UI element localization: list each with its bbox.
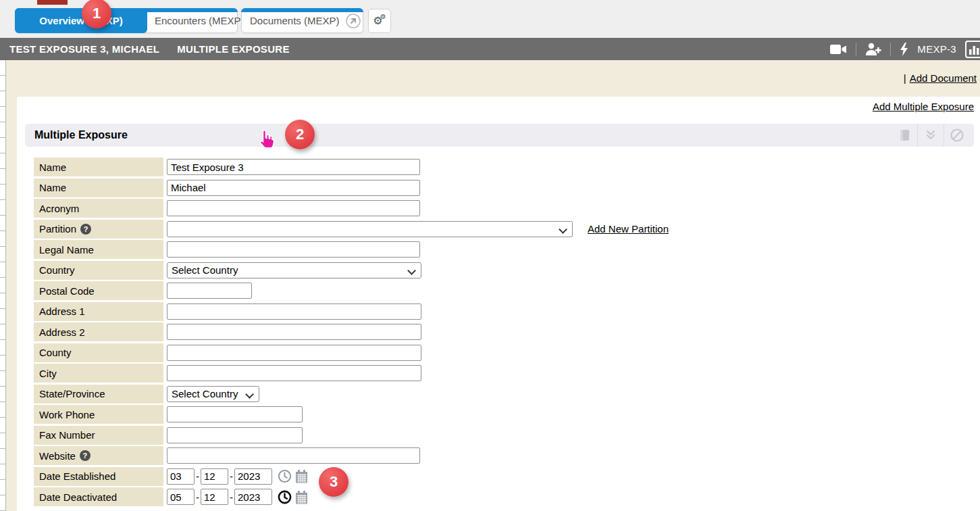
calendar-icon[interactable]	[294, 490, 309, 504]
record-id: MEXP-3	[917, 43, 956, 55]
bar-chart-icon[interactable]	[965, 41, 980, 58]
field-label: State/Province	[34, 385, 163, 404]
date-separator: -	[196, 470, 199, 482]
name2-input[interactable]	[167, 180, 420, 196]
form-row-work-phone: Work Phone	[34, 405, 669, 424]
form-row-country: Country Select Country	[34, 261, 669, 280]
form-row-county: County	[34, 343, 669, 362]
address2-input[interactable]	[167, 324, 421, 340]
help-icon[interactable]: ?	[80, 450, 91, 461]
form-row-address1: Address 1	[34, 302, 669, 321]
divider	[890, 43, 891, 56]
left-ruler-strip	[0, 60, 6, 511]
field-label-text: Partition	[39, 223, 76, 235]
tab-documents[interactable]: Documents (MEXP)	[250, 15, 340, 26]
name-input[interactable]	[167, 159, 420, 175]
section-title: Multiple Exposure	[34, 129, 128, 141]
field-label: Acronym	[34, 199, 163, 218]
page-background-band	[6, 60, 980, 97]
tab-settings-button[interactable]: ⚙ ⚙	[368, 9, 391, 33]
tab-encounters[interactable]: Encounters (MEXP)	[155, 15, 244, 26]
gear-icon: ⚙	[380, 14, 386, 20]
form-row-fax-number: Fax Number	[34, 426, 669, 445]
video-camera-icon[interactable]	[830, 43, 847, 55]
form-row-state-province: State/Province Select Country	[34, 385, 669, 404]
page-left-margin	[6, 97, 17, 511]
help-icon[interactable]: ?	[80, 224, 91, 235]
field-label: Address 1	[34, 302, 163, 321]
acronym-input[interactable]	[167, 200, 420, 216]
website-input[interactable]	[167, 447, 420, 464]
add-document-row: |Add Document	[904, 72, 977, 84]
record-title-bar: TEST EXPOSURE 3, MICHAEL MULTIPLE EXPOSU…	[0, 38, 980, 60]
date-established-day-input[interactable]	[201, 468, 228, 485]
disable-circle-slash-icon[interactable]	[944, 127, 970, 143]
record-context: MULTIPLE EXPOSURE	[177, 43, 290, 55]
state-province-select[interactable]: Select Country	[167, 386, 259, 402]
field-label-text: Website	[39, 450, 76, 462]
annotation-badge-2: 2	[285, 120, 315, 149]
add-multiple-exposure-row: Add Multiple Exposure	[873, 101, 974, 112]
journal-icon[interactable]	[892, 127, 917, 143]
field-label: Partition ?	[34, 220, 163, 239]
postal-code-input[interactable]	[167, 283, 252, 299]
form-row-name2: Name	[34, 178, 669, 197]
field-label: County	[34, 343, 163, 362]
collapse-double-chevron-icon[interactable]	[918, 127, 944, 143]
field-label: Address 2	[34, 322, 163, 341]
city-input[interactable]	[167, 365, 421, 381]
field-label: Name	[34, 157, 163, 176]
tab-group-documents: Documents (MEXP)	[241, 8, 363, 33]
calendar-icon[interactable]	[294, 469, 309, 483]
form-row-name1: Name	[34, 157, 669, 176]
date-separator: -	[196, 491, 199, 503]
add-person-icon[interactable]	[865, 43, 881, 56]
tab-overview[interactable]: Overview (MEXP)	[15, 8, 147, 33]
form-row-date-deactivated: Date Deactivated - -	[34, 487, 669, 506]
date-deactivated-month-input[interactable]	[167, 489, 195, 505]
add-multiple-exposure-link[interactable]: Add Multiple Exposure	[873, 101, 974, 112]
section-header: Multiple Exposure	[25, 124, 974, 147]
browser-red-fragment	[37, 0, 68, 5]
separator: |	[904, 72, 906, 84]
field-label: Date Established	[34, 467, 163, 486]
tab-bar: Overview (MEXP) Encounters (MEXP) Docume…	[0, 0, 980, 38]
form-row-city: City	[34, 364, 669, 383]
date-established-month-input[interactable]	[167, 468, 195, 485]
divider	[856, 43, 856, 56]
field-label: Legal Name	[34, 240, 163, 259]
address1-input[interactable]	[167, 303, 421, 320]
field-label: Postal Code	[34, 281, 163, 300]
field-label: Fax Number	[34, 426, 163, 445]
form-row-partition: Partition ? Add New Partition	[34, 220, 669, 239]
form-row-legal-name: Legal Name	[34, 240, 669, 259]
date-deactivated-year-input[interactable]	[234, 489, 272, 505]
partition-select[interactable]	[167, 221, 573, 237]
clock-icon[interactable]	[278, 469, 292, 483]
field-label: Website ?	[34, 446, 163, 465]
tab-group-overview-encounters: Overview (MEXP) Encounters (MEXP)	[15, 8, 238, 33]
clock-icon[interactable]	[278, 490, 292, 504]
date-deactivated-day-input[interactable]	[201, 489, 228, 505]
form-row-postal-code: Postal Code	[34, 281, 669, 300]
lightning-bolt-icon[interactable]	[900, 43, 908, 56]
add-document-link[interactable]: Add Document	[910, 72, 977, 84]
fax-number-input[interactable]	[167, 427, 303, 443]
county-input[interactable]	[167, 345, 421, 361]
work-phone-input[interactable]	[167, 406, 303, 422]
record-name: TEST EXPOSURE 3, MICHAEL	[9, 43, 159, 55]
add-new-partition-link[interactable]: Add New Partition	[588, 223, 669, 235]
date-separator: -	[230, 491, 233, 503]
app-window: Overview (MEXP) Encounters (MEXP) Docume…	[0, 0, 980, 511]
country-select[interactable]: Select Country	[167, 262, 421, 278]
form-row-acronym: Acronym	[34, 199, 669, 218]
hand-cursor-icon	[257, 129, 276, 152]
field-label: Name	[34, 178, 163, 197]
field-label: Country	[34, 261, 163, 280]
annotation-badge-3: 3	[319, 467, 349, 497]
field-label: Work Phone	[34, 405, 163, 424]
open-in-new-icon[interactable]	[345, 13, 361, 29]
date-established-year-input[interactable]	[234, 468, 272, 485]
legal-name-input[interactable]	[167, 241, 420, 258]
annotation-badge-1: 1	[82, 0, 111, 28]
